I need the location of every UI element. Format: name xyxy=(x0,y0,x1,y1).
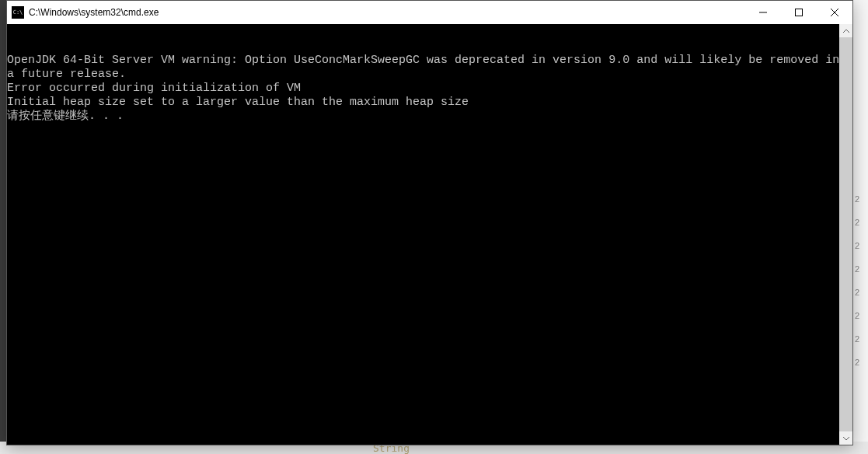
terminal-line: OpenJDK 64-Bit Server VM warning: Option… xyxy=(7,54,846,81)
vertical-scrollbar[interactable] xyxy=(839,24,852,445)
window-controls xyxy=(745,1,852,24)
titlebar[interactable]: C:\Windows\system32\cmd.exe xyxy=(7,1,852,24)
bg-hint: 2 xyxy=(852,194,868,218)
background-right-strip: 2 2 2 2 2 2 2 2 xyxy=(852,0,868,454)
bg-hint: 2 xyxy=(852,311,868,334)
close-icon xyxy=(831,9,838,16)
minimize-button[interactable] xyxy=(745,1,781,24)
terminal-line: 请按任意键继续. . . xyxy=(7,110,124,123)
maximize-button[interactable] xyxy=(781,1,817,24)
bg-hint: 2 xyxy=(852,241,868,264)
scroll-down-button[interactable] xyxy=(839,431,852,445)
terminal-line: Error occurred during initialization of … xyxy=(7,82,301,95)
window-title: C:\Windows\system32\cmd.exe xyxy=(29,7,745,18)
scrollbar-thumb[interactable] xyxy=(839,37,852,431)
svg-rect-1 xyxy=(796,9,803,16)
terminal-content: OpenJDK 64-Bit Server VM warning: Option… xyxy=(7,54,852,124)
background-left-strip xyxy=(0,0,6,454)
cmd-icon xyxy=(12,6,24,19)
maximize-icon xyxy=(795,9,803,16)
chevron-up-icon xyxy=(843,28,849,34)
bg-hint: 2 xyxy=(852,358,868,381)
bg-hint: 2 xyxy=(852,288,868,311)
cmd-window: C:\Windows\system32\cmd.exe OpenJDK 6 xyxy=(6,0,853,445)
bg-hint: 2 xyxy=(852,334,868,358)
close-button[interactable] xyxy=(817,1,852,24)
minimize-icon xyxy=(759,9,767,16)
terminal-output[interactable]: OpenJDK 64-Bit Server VM warning: Option… xyxy=(7,24,852,445)
scroll-up-button[interactable] xyxy=(839,24,852,37)
scrollbar-track[interactable] xyxy=(839,37,852,431)
chevron-down-icon xyxy=(843,435,849,442)
terminal-line: Initial heap size set to a larger value … xyxy=(7,96,469,109)
bg-hint: 2 xyxy=(852,264,868,288)
bg-hint: 2 xyxy=(852,218,868,241)
